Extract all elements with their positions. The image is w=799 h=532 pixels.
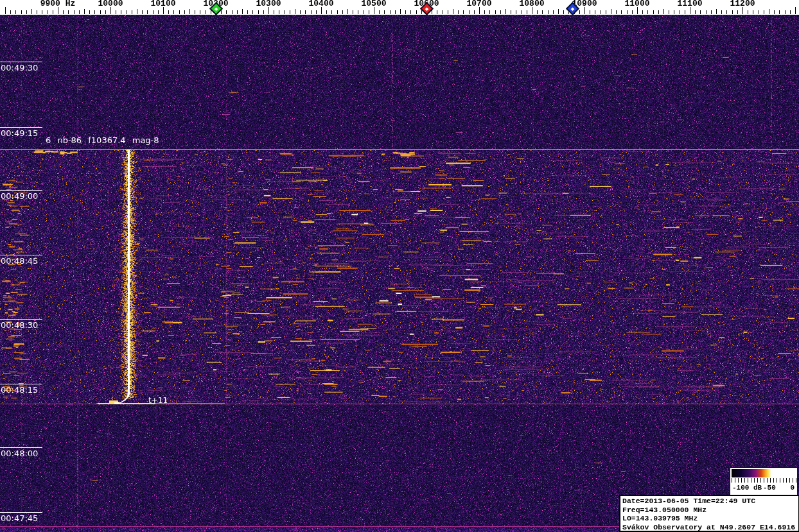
db-label-mid: -50 [763, 484, 776, 492]
marker-center-dot [214, 7, 218, 11]
freq-label-10700: 10700 [466, 0, 491, 8]
info-date-line: Date=2013-06-05 Time=22:49 UTC [622, 497, 797, 506]
color-gradient-bar [732, 469, 796, 477]
event-annotation: 6 nb-86 f10367.4 mag-8 [46, 135, 159, 145]
time-tick [0, 512, 42, 513]
db-label-max: 0 [790, 484, 795, 492]
time-tick [0, 190, 42, 191]
time-tick [0, 447, 42, 448]
freq-label-9900: 9900 Hz [40, 0, 76, 8]
freq-label-10400: 10400 [308, 0, 333, 8]
freq-label-11000: 11000 [624, 0, 649, 8]
db-color-scale: -100 dB -50 0 [730, 467, 798, 495]
info-observatory-line: Svákov Observatory at N49.2607 E14.6916 [622, 523, 797, 532]
time-tick [0, 319, 42, 320]
color-scale-labels: -100 dB -50 0 [730, 484, 797, 494]
marker-center-dot [570, 7, 574, 11]
marker-center-dot [425, 7, 428, 11]
freq-label-10500: 10500 [361, 0, 386, 8]
time-label: 00:47:45 [1, 513, 38, 523]
freq-label-11200: 11200 [730, 0, 755, 8]
freq-label-10800: 10800 [519, 0, 544, 8]
time-label: 00:48:15 [1, 385, 38, 395]
event-time-offset-label: t+11 [148, 396, 168, 405]
spectrum-waterfall-screen: 9900 Hz100001010010200103001040010500106… [0, 0, 799, 532]
info-lo-line: LO=143.039795 MHz [622, 514, 797, 523]
freq-label-10300: 10300 [256, 0, 281, 8]
time-label: 00:48:30 [1, 320, 38, 330]
freq-label-11100: 11100 [677, 0, 702, 8]
time-label: 00:49:30 [1, 63, 38, 73]
time-tick [0, 62, 42, 62]
time-tick [0, 255, 42, 255]
freq-label-10000: 10000 [98, 0, 123, 8]
time-tick [0, 384, 42, 384]
time-label: 00:48:00 [1, 449, 38, 458]
time-label: 00:49:00 [1, 191, 38, 201]
station-info-box: Date=2013-06-05 Time=22:49 UTC Freq=143.… [619, 495, 799, 532]
frequency-ruler[interactable]: 9900 Hz100001010010200103001040010500106… [0, 0, 799, 15]
db-label-min: -100 dB [732, 484, 762, 492]
time-tick [0, 127, 42, 128]
info-freq-line: Freq=143.050000 MHz [622, 506, 797, 515]
spectrogram-canvas[interactable] [0, 15, 799, 532]
time-label: 00:48:45 [1, 256, 38, 266]
time-label: 00:49:15 [1, 128, 38, 138]
color-scale-ticks [732, 478, 796, 483]
freq-label-10100: 10100 [150, 0, 175, 8]
